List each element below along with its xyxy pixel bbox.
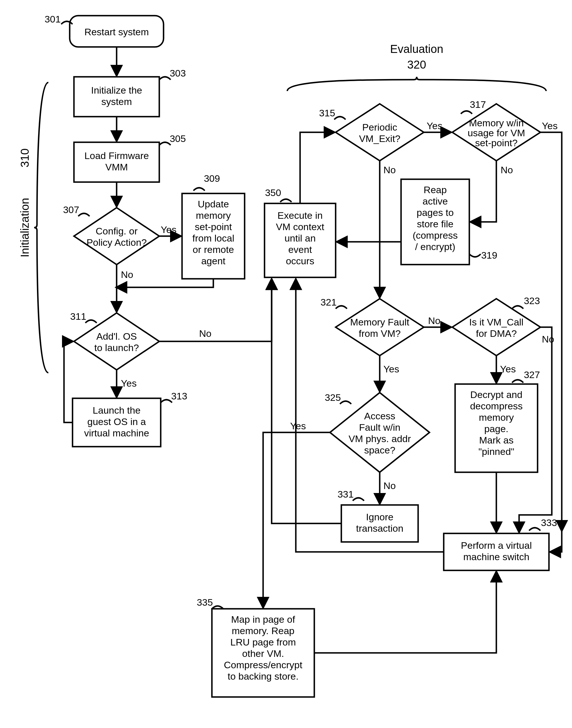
arrow-350-315 — [300, 132, 334, 203]
ref-hook-307 — [78, 213, 90, 216]
ref-350: 350 — [265, 187, 281, 198]
label-317c: set-point? — [475, 137, 517, 148]
label-317-yes: Yes — [542, 120, 558, 131]
label-313b: guest OS in a — [87, 416, 146, 427]
ref-335: 335 — [197, 597, 213, 608]
label-350c: until an — [284, 233, 316, 243]
label-333a: Perform a virtual — [461, 540, 531, 551]
label-317a: Memory w/in — [469, 118, 524, 128]
ref-315: 315 — [319, 107, 335, 118]
ref-311: 311 — [70, 311, 86, 322]
label-309e: or remote — [193, 244, 234, 255]
arrow-317-no-319 — [471, 161, 496, 222]
label-305b: VMM — [105, 162, 128, 172]
label-327f: "pinned" — [479, 446, 514, 457]
label-305a: Load Firmware — [84, 150, 149, 161]
label-restart-system: Restart system — [84, 26, 149, 37]
label-327e: Mark as — [479, 435, 514, 445]
label-325c: VM phys. addr — [348, 433, 411, 444]
arrow-311-no-350 — [159, 279, 272, 341]
arrow-335-333 — [314, 572, 496, 653]
flowchart-canvas: Restart system 301 Initialize the system… — [0, 0, 572, 728]
ref-331: 331 — [338, 489, 354, 500]
label-335a: Map in page of — [231, 614, 295, 625]
label-evaluation: Evaluation — [390, 43, 443, 55]
ref-303: 303 — [170, 68, 186, 78]
label-350b: VM context — [276, 221, 325, 232]
label-307a: Config. or — [95, 226, 137, 236]
label-325-yes: Yes — [290, 421, 306, 431]
label-327c: memory — [479, 412, 514, 423]
label-307-no: No — [121, 269, 133, 280]
label-307-yes: Yes — [161, 224, 176, 235]
label-303b: system — [101, 96, 132, 107]
label-335b: memory. Reap — [232, 625, 294, 636]
label-319b: active — [423, 196, 448, 207]
ref-hook-325 — [340, 401, 351, 404]
label-335c: LRU page from — [230, 637, 296, 648]
ref-325: 325 — [325, 392, 341, 403]
label-323-no: No — [542, 334, 554, 345]
label-325a: Access — [364, 411, 396, 421]
label-327d: page. — [484, 423, 508, 434]
ref-hook-319 — [469, 254, 481, 257]
label-309f: agent — [201, 256, 226, 266]
label-309d: from local — [192, 233, 234, 243]
label-309b: memory — [196, 210, 231, 221]
label-325b: Fault w/in — [359, 422, 401, 433]
brace-initialization — [34, 82, 48, 373]
label-325-no: No — [383, 480, 396, 491]
label-initialization: Initialization — [18, 198, 31, 257]
ref-hook-305 — [159, 142, 171, 145]
label-319e: (compress — [413, 230, 458, 241]
ref-hook-309 — [194, 188, 205, 191]
ref-301: 301 — [45, 14, 61, 24]
label-317-no: No — [501, 164, 513, 175]
label-333b: machine switch — [463, 551, 529, 562]
ref-hook-331 — [353, 498, 364, 501]
brace-evaluation — [287, 77, 546, 91]
label-303a: Initialize the — [91, 85, 142, 95]
label-321-no: No — [428, 315, 440, 326]
ref-319: 319 — [481, 250, 497, 261]
ref-313: 313 — [171, 390, 188, 402]
ref-307: 307 — [63, 204, 79, 215]
label-313a: Launch the — [93, 405, 141, 416]
label-321a: Memory Fault — [350, 317, 409, 327]
label-319a: Reap — [424, 185, 446, 195]
label-350a: Execute in — [278, 210, 323, 221]
label-319c: pages to — [417, 207, 454, 218]
ref-321: 321 — [320, 297, 337, 307]
label-311a: Add'l. OS — [96, 331, 137, 342]
label-315a: Periodic — [362, 122, 398, 133]
label-350d: event — [288, 244, 312, 255]
label-335e: Compress/encrypt — [224, 659, 302, 670]
label-327b: decompress — [470, 401, 522, 411]
ref-hook-333 — [529, 528, 541, 530]
label-309a: Update — [198, 199, 229, 209]
ref-323: 323 — [524, 295, 540, 306]
ref-hook-311 — [85, 320, 97, 323]
ref-333: 333 — [541, 517, 557, 528]
ref-hook-317 — [461, 111, 472, 114]
label-311b: to launch? — [94, 342, 139, 353]
ref-hook-315 — [334, 117, 346, 120]
label-313c: virtual machine — [84, 428, 149, 438]
label-350e: occurs — [286, 256, 314, 266]
arrow-317yes-into-333 — [550, 530, 562, 552]
label-323a: Is it VM_Call — [469, 317, 524, 327]
label-317b: usage for VM — [468, 128, 525, 138]
label-323-yes: Yes — [500, 364, 516, 374]
arrow-309-merge — [117, 279, 213, 287]
label-315-yes: Yes — [427, 120, 442, 131]
ref-hook-313 — [161, 400, 172, 403]
label-311-yes: Yes — [121, 378, 137, 388]
label-325d: space? — [364, 445, 396, 455]
label-321-yes: Yes — [383, 364, 399, 374]
label-335f: to backing store. — [227, 671, 298, 682]
label-310: 310 — [18, 148, 31, 167]
ref-hook-327 — [512, 380, 523, 383]
label-319d: store file — [417, 218, 454, 229]
ref-hook-321 — [336, 306, 347, 309]
ref-309: 309 — [204, 173, 220, 184]
